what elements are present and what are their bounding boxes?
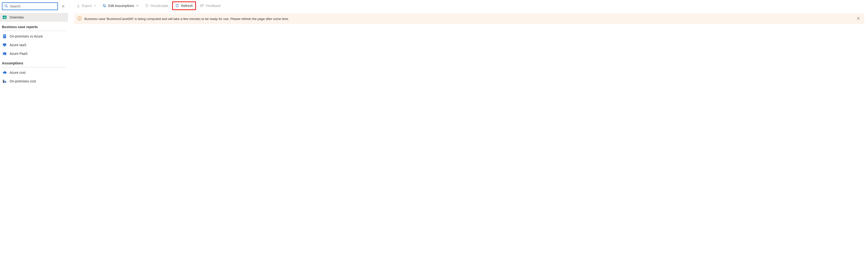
sidebar-item-label: Azure PaaS	[10, 52, 28, 56]
svg-point-26	[200, 4, 202, 6]
svg-rect-11	[4, 46, 5, 46]
cloud-icon	[2, 71, 7, 74]
svg-rect-4	[4, 17, 5, 18]
svg-rect-6	[3, 34, 6, 38]
sidebar-item-label: On-premises cost	[10, 79, 36, 83]
search-input[interactable]	[10, 4, 56, 8]
toolbar-label: Edit Assumptions	[108, 4, 134, 8]
server-icon	[2, 80, 7, 83]
svg-rect-16	[3, 80, 4, 83]
info-text: Business case 'BusinessCase005' is being…	[84, 17, 853, 21]
svg-line-1	[7, 6, 8, 7]
refresh-button[interactable]: Refresh	[173, 2, 195, 10]
svg-point-23	[103, 4, 104, 5]
sidebar-item-azure-paas[interactable]: DB Azure PaaS	[0, 49, 68, 58]
download-icon	[76, 4, 80, 8]
feedback-icon	[200, 4, 204, 8]
refresh-highlight: Refresh	[172, 1, 196, 10]
sidebar-item-azure-iaas[interactable]: Azure IaaS	[0, 41, 68, 49]
sidebar: Overview Business case reports On-premis…	[0, 0, 68, 254]
close-notification-button[interactable]	[856, 16, 861, 22]
refresh-icon	[175, 4, 179, 8]
search-row	[0, 2, 68, 13]
svg-rect-9	[4, 36, 5, 37]
toolbar-label: Export	[82, 4, 92, 8]
overview-icon	[2, 15, 7, 19]
info-notification: Business case 'BusinessCase005' is being…	[74, 13, 864, 24]
svg-rect-5	[5, 17, 6, 18]
main-content: Export Edit Assumptions	[68, 0, 868, 254]
sidebar-item-label: Azure cost	[10, 71, 26, 74]
divider	[2, 31, 66, 31]
search-box[interactable]	[2, 2, 58, 10]
divider	[2, 67, 66, 67]
sidebar-item-overview[interactable]: Overview	[0, 13, 68, 22]
svg-rect-10	[3, 43, 6, 46]
sidebar-item-label: Overview	[10, 15, 24, 19]
toolbar-label: Recalculate	[151, 4, 168, 8]
collapse-sidebar-button[interactable]	[60, 3, 66, 9]
info-icon	[78, 17, 82, 21]
svg-rect-19	[5, 81, 6, 83]
monitor-icon	[2, 43, 7, 46]
svg-rect-8	[4, 36, 5, 36]
feedback-button[interactable]: Feedback	[197, 2, 223, 10]
svg-text:DB: DB	[3, 54, 5, 55]
svg-rect-17	[3, 80, 4, 81]
recalculate-icon	[145, 4, 149, 8]
toolbar: Export Edit Assumptions	[74, 0, 864, 11]
document-icon	[2, 34, 7, 38]
sliders-icon	[102, 4, 106, 8]
section-header-assumptions: Assumptions	[0, 58, 68, 67]
toolbar-label: Refresh	[181, 4, 193, 8]
export-button[interactable]: Export	[74, 2, 99, 10]
sidebar-item-azure-cost[interactable]: Azure cost	[0, 68, 68, 77]
search-icon	[4, 4, 8, 8]
svg-rect-3	[3, 17, 4, 18]
svg-point-25	[104, 6, 105, 7]
sidebar-item-label: On-premises vs Azure	[10, 34, 43, 38]
recalculate-button[interactable]: Recalculate	[143, 2, 171, 10]
sidebar-item-onprem-vs-azure[interactable]: On-premises vs Azure	[0, 32, 68, 41]
svg-point-0	[5, 5, 7, 7]
sidebar-item-label: Azure IaaS	[10, 43, 26, 47]
sidebar-item-onprem-cost[interactable]: On-premises cost	[0, 77, 68, 86]
edit-assumptions-button[interactable]: Edit Assumptions	[100, 2, 141, 10]
chevron-down-icon	[136, 4, 139, 8]
database-icon: DB	[2, 52, 7, 55]
chevron-down-icon	[94, 4, 96, 8]
svg-rect-7	[4, 35, 5, 35]
toolbar-label: Feedback	[206, 4, 220, 8]
section-header-reports: Business case reports	[0, 22, 68, 30]
